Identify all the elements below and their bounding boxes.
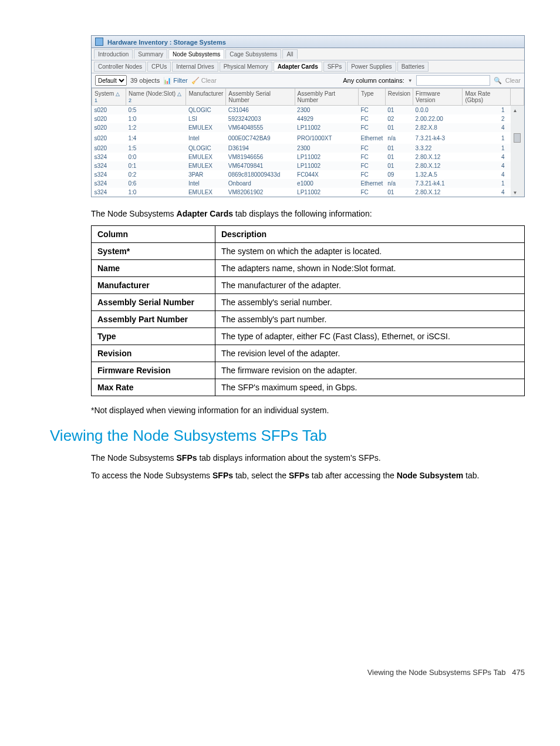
tab-summary[interactable]: Summary — [134, 49, 167, 59]
cell: PRO/1000XT — [295, 132, 358, 144]
table-row: Firmware RevisionThe firmware revision o… — [92, 362, 525, 379]
scrollbar[interactable] — [511, 144, 524, 153]
column-header[interactable]: System △ 1 — [92, 89, 126, 106]
table-row: Max RateThe SFP's maximum speed, in Gbps… — [92, 379, 525, 396]
scrollbar[interactable] — [511, 114, 524, 123]
cell: s020 — [92, 106, 126, 115]
scrollbar[interactable] — [511, 161, 524, 170]
cell: FC — [358, 114, 385, 123]
desc-description: The adapters name, shown in Node:Slot fo… — [215, 260, 525, 277]
cell: s324 — [92, 153, 126, 161]
tab-all[interactable]: All — [282, 49, 297, 59]
scrollbar[interactable]: ▼ — [511, 188, 524, 197]
cell: 4 — [463, 170, 511, 179]
cell: 1:5 — [126, 144, 186, 153]
cell: EMULEX — [186, 161, 226, 170]
tab-node-subsystems[interactable]: Node Subsystems — [168, 49, 224, 59]
cell: 01 — [385, 161, 413, 170]
cell: LP11002 — [295, 153, 358, 161]
cell: Intel — [186, 179, 226, 188]
cell: 02 — [385, 114, 413, 123]
subtab-controller-nodes[interactable]: Controller Nodes — [94, 62, 146, 72]
table-row[interactable]: s0201:4Intel000E0C742BA9PRO/1000XTEthern… — [92, 132, 524, 144]
cell: 09 — [385, 170, 413, 179]
column-header[interactable]: Manufacturer — [186, 89, 226, 106]
cell: n/a — [385, 132, 413, 144]
search-input[interactable] — [416, 75, 490, 86]
scrollbar[interactable] — [511, 153, 524, 161]
description-table: Column Description System*The system on … — [91, 225, 525, 396]
screenshot-window: Hardware Inventory : Storage Systems Int… — [91, 35, 525, 197]
column-header[interactable]: Firmware Version — [413, 89, 463, 106]
desc-description: The system on which the adapter is locat… — [215, 243, 525, 260]
cell: FC — [358, 161, 385, 170]
subtab-batteries[interactable]: Batteries — [397, 62, 429, 72]
subtab-internal-drives[interactable]: Internal Drives — [172, 62, 218, 72]
table-row[interactable]: s3241:0EMULEXVM82061902LP11002FC012.80.X… — [92, 188, 524, 197]
cell: VM64709841 — [226, 161, 295, 170]
desc-column: Assembly Part Number — [92, 311, 215, 328]
cell: s020 — [92, 132, 126, 144]
view-select[interactable]: Default — [95, 75, 127, 86]
toolbar: Default 39 objects 📊 Filter 🧹 Clear Any … — [92, 73, 524, 88]
tab-introduction[interactable]: Introduction — [94, 49, 133, 59]
cell: 2 — [463, 114, 511, 123]
subtab-power-supplies[interactable]: Power Supplies — [347, 62, 396, 72]
scrollbar[interactable] — [511, 170, 524, 179]
column-header[interactable]: Revision — [385, 89, 413, 106]
clear-filter-link[interactable]: 🧹 Clear — [191, 77, 217, 85]
desc-column: Max Rate — [92, 379, 215, 396]
subtab-sfps[interactable]: SFPs — [323, 62, 346, 72]
desc-header-description: Description — [215, 226, 525, 243]
cell: 0869c8180009433d — [226, 170, 295, 179]
desc-column: Manufacturer — [92, 277, 215, 294]
desc-description: The firmware revision on the adapter. — [215, 362, 525, 379]
table-row[interactable]: s0201:2EMULEXVM64048555LP11002FC012.82.X… — [92, 123, 524, 132]
cell: 01 — [385, 188, 413, 197]
table-row: Assembly Part NumberThe assembly's part … — [92, 311, 525, 328]
footnote: *Not displayed when viewing information … — [91, 406, 525, 415]
cell: 01 — [385, 123, 413, 132]
clear-search-link[interactable]: Clear — [505, 77, 521, 84]
desc-description: The assembly's serial number. — [215, 294, 525, 311]
search-icon[interactable]: 🔍 — [494, 77, 502, 85]
scrollbar[interactable]: ▲ — [511, 106, 524, 115]
table-row[interactable]: s3240:1EMULEXVM64709841LP11002FC012.80.X… — [92, 161, 524, 170]
column-header[interactable]: Max Rate (Gbps) — [463, 89, 511, 106]
table-row[interactable]: s0200:5QLOGICC310462300FC010.0.01▲ — [92, 106, 524, 115]
cell: Intel — [186, 132, 226, 144]
data-grid: System △ 1Name (Node:Slot) △ 2Manufactur… — [92, 88, 524, 197]
table-row[interactable]: s3240:23PAR0869c8180009433dFC044XFC091.3… — [92, 170, 524, 179]
cell: 1 — [463, 144, 511, 153]
table-row[interactable]: s3240:0EMULEXVM81946656LP11002FC012.80.X… — [92, 153, 524, 161]
table-row: NameThe adapters name, shown in Node:Slo… — [92, 260, 525, 277]
scrollbar[interactable] — [511, 179, 524, 188]
table-row[interactable]: s3240:6IntelOnboarde1000Ethernetn/a7.3.2… — [92, 179, 524, 188]
cell: Onboard — [226, 179, 295, 188]
cell: LP11002 — [295, 123, 358, 132]
cell: EMULEX — [186, 188, 226, 197]
cell: s020 — [92, 114, 126, 123]
cell: 0:6 — [126, 179, 186, 188]
cell: VM64048555 — [226, 123, 295, 132]
scrollbar[interactable] — [511, 132, 524, 144]
cell: s020 — [92, 123, 126, 132]
object-count: 39 objects — [130, 77, 160, 84]
column-header[interactable]: Assembly Part Number — [295, 89, 358, 106]
column-header[interactable]: Name (Node:Slot) △ 2 — [126, 89, 186, 106]
tab-cage-subsystems[interactable]: Cage Subsystems — [225, 49, 281, 59]
cell: 1:2 — [126, 123, 186, 132]
column-header[interactable]: Assembly Serial Number — [226, 89, 295, 106]
scrollbar[interactable] — [511, 123, 524, 132]
table-row[interactable]: s0201:0LSI592324200344929FC022.00.22.002 — [92, 114, 524, 123]
filter-link[interactable]: 📊 Filter — [163, 77, 188, 85]
subtab-cpus[interactable]: CPUs — [147, 62, 171, 72]
dropdown-icon[interactable]: ▼ — [408, 78, 413, 83]
column-header[interactable]: Type — [358, 89, 385, 106]
cell: D36194 — [226, 144, 295, 153]
table-row[interactable]: s0201:5QLOGICD361942300FC013.3.221 — [92, 144, 524, 153]
cell: 1:0 — [126, 188, 186, 197]
window-icon — [95, 38, 103, 46]
subtab-adapter-cards[interactable]: Adapter Cards — [274, 62, 322, 72]
subtab-physical-memory[interactable]: Physical Memory — [220, 62, 272, 72]
